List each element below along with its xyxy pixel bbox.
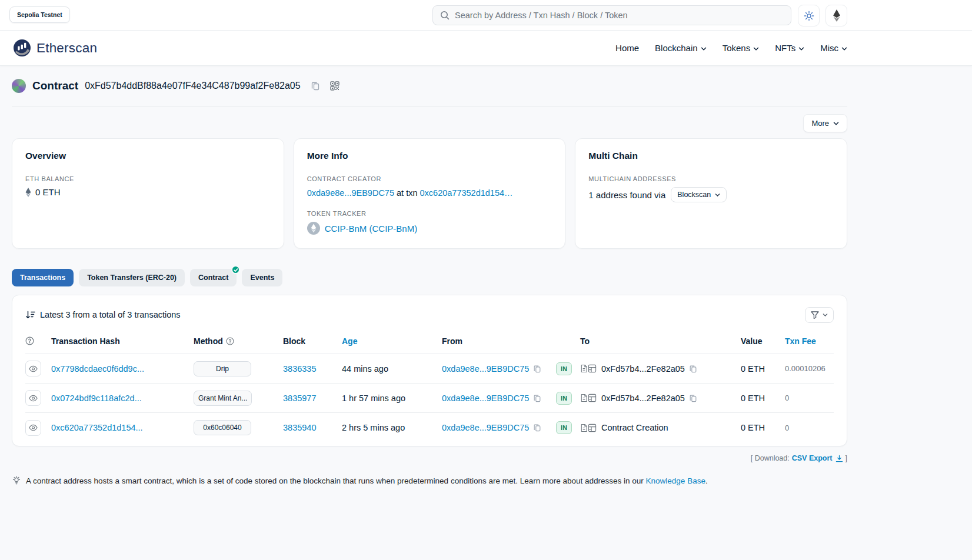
download-icon xyxy=(835,455,843,462)
creator-conjunction: at txn xyxy=(394,188,420,198)
multichain-addresses-label: MULTICHAIN ADDRESSES xyxy=(588,175,834,182)
multichain-found-text: 1 address found via xyxy=(588,190,665,200)
token-tracker-label: TOKEN TRACKER xyxy=(307,210,552,217)
method-badge: Grant Mint An... xyxy=(194,391,252,406)
search-icon xyxy=(440,11,450,20)
download-row: [ Download: CSV Export ] xyxy=(12,454,847,462)
eye-icon xyxy=(29,365,38,372)
knowledge-base-link[interactable]: Knowledge Base xyxy=(646,476,705,485)
network-ethereum-button[interactable] xyxy=(825,5,847,26)
copy-icon[interactable] xyxy=(689,365,697,373)
from-address-link[interactable]: 0xda9e8e...9EB9DC75 xyxy=(442,423,529,432)
theme-toggle-button[interactable] xyxy=(798,5,820,26)
network-badge[interactable]: Sepolia Testnet xyxy=(9,6,70,23)
filter-button[interactable] xyxy=(805,307,834,323)
transactions-panel: Latest 3 from a total of 3 transactions … xyxy=(12,295,847,446)
column-header-from: From xyxy=(442,336,556,346)
txn-hash-link[interactable]: 0x7798dcdaec0f6dd9c... xyxy=(51,364,144,374)
chevron-down-icon xyxy=(841,46,847,52)
nav-item-blockchain[interactable]: Blockchain xyxy=(655,43,707,53)
tab-token-transfers[interactable]: Token Transfers (ERC-20) xyxy=(79,269,185,286)
from-address-link[interactable]: 0xda9e8e...9EB9DC75 xyxy=(442,394,529,403)
age-text: 1 hr 57 mins ago xyxy=(342,394,442,403)
preview-eye-button[interactable] xyxy=(25,420,41,436)
column-header-fee[interactable]: Txn Fee xyxy=(785,336,834,346)
preview-eye-button[interactable] xyxy=(25,390,41,406)
qr-code-button[interactable] xyxy=(330,81,339,91)
method-badge: Drip xyxy=(194,361,251,376)
section-divider xyxy=(12,106,847,107)
token-tracker-link[interactable]: CCIP-BnM (CCIP-BnM) xyxy=(325,224,418,234)
age-text: 2 hrs 5 mins ago xyxy=(342,423,442,432)
txn-hash-link[interactable]: 0x0724bdf9c118afc2d... xyxy=(51,394,142,403)
chevron-down-icon xyxy=(823,312,828,318)
download-prefix: [ Download: xyxy=(751,454,790,462)
csv-export-link[interactable]: CSV Export xyxy=(792,454,843,462)
address-avatar xyxy=(12,79,26,93)
etherscan-logo[interactable]: Etherscan xyxy=(13,39,97,57)
qr-code-icon xyxy=(330,81,339,91)
eye-icon xyxy=(29,424,38,431)
search-bar[interactable] xyxy=(432,5,791,25)
verified-check-icon xyxy=(231,265,240,274)
txn-hash-link[interactable]: 0xc620a77352d1d154... xyxy=(51,423,143,432)
to-address-text: 0xFd57b4...2Fe82a05 xyxy=(601,394,685,403)
token-icon xyxy=(307,222,320,235)
copy-icon[interactable] xyxy=(533,394,541,402)
nav-item-misc[interactable]: Misc xyxy=(820,43,847,53)
block-link[interactable]: 3835977 xyxy=(283,394,316,403)
transactions-table-body: 0x7798dcdaec0f6dd9c... Drip 3836335 44 m… xyxy=(25,354,834,442)
more-info-card: More Info CONTRACT CREATOR 0xda9e8e...9E… xyxy=(294,138,566,249)
creation-txn-link[interactable]: 0xc620a77352d1d154… xyxy=(420,188,513,198)
contract-file-icon xyxy=(580,364,588,373)
copy-icon[interactable] xyxy=(533,424,541,432)
multichain-card: Multi Chain MULTICHAIN ADDRESSES 1 addre… xyxy=(575,138,847,249)
block-link[interactable]: 3836335 xyxy=(283,364,316,374)
table-row: 0xc620a77352d1d154... 0x60c06040 3835940… xyxy=(25,413,834,442)
creator-address-link[interactable]: 0xda9e8e...9EB9DC75 xyxy=(307,188,394,198)
copy-icon[interactable] xyxy=(689,394,697,402)
sort-icon xyxy=(25,311,35,319)
copy-address-button[interactable] xyxy=(311,81,320,91)
etherscan-logo-icon xyxy=(13,39,31,57)
table-header-row: Transaction Hash Method Block Age From T… xyxy=(25,328,834,354)
contract-creation-icon xyxy=(588,364,597,373)
multichain-card-title: Multi Chain xyxy=(588,151,834,161)
preview-eye-button[interactable] xyxy=(25,361,41,376)
nav-item-home[interactable]: Home xyxy=(615,43,639,53)
column-header-age[interactable]: Age xyxy=(342,336,442,346)
value-text: 0 ETH xyxy=(741,364,785,374)
value-text: 0 ETH xyxy=(741,394,785,403)
tab-events[interactable]: Events xyxy=(242,269,282,286)
table-row: 0x7798dcdaec0f6dd9c... Drip 3836335 44 m… xyxy=(25,354,834,384)
blockscan-dropdown-button[interactable]: Blockscan xyxy=(671,187,727,202)
copy-icon[interactable] xyxy=(533,365,541,373)
tab-contract[interactable]: Contract xyxy=(190,269,237,286)
eth-balance-value: 0 ETH xyxy=(35,187,61,197)
block-link[interactable]: 3835940 xyxy=(283,423,316,432)
copy-icon xyxy=(311,81,320,91)
tab-transactions[interactable]: Transactions xyxy=(12,269,74,286)
eth-balance-label: ETH BALANCE xyxy=(25,175,271,182)
contract-note: A contract address hosts a smart contrac… xyxy=(12,476,847,485)
method-help-icon[interactable] xyxy=(226,337,234,345)
top-bar: Sepolia Testnet xyxy=(0,0,972,31)
txn-fee-text: 0 xyxy=(785,394,834,402)
nav-item-tokens[interactable]: Tokens xyxy=(723,43,760,53)
from-address-link[interactable]: 0xda9e8e...9EB9DC75 xyxy=(442,364,529,374)
overview-card: Overview ETH BALANCE 0 ETH xyxy=(12,138,284,249)
nav-item-nfts[interactable]: NFTs xyxy=(775,43,804,53)
column-header-hash: Transaction Hash xyxy=(51,336,194,346)
chevron-down-icon xyxy=(753,46,759,52)
to-address-text: Contract Creation xyxy=(601,423,668,432)
eth-glyph-icon xyxy=(25,188,31,197)
search-input[interactable] xyxy=(455,11,784,20)
tab-bar: Transactions Token Transfers (ERC-20) Co… xyxy=(12,269,847,286)
chevron-down-icon xyxy=(701,46,707,52)
more-dropdown-button[interactable]: More xyxy=(803,114,847,132)
txn-fee-text: 0 xyxy=(785,424,834,432)
help-question-icon[interactable] xyxy=(25,336,34,345)
note-suffix: . xyxy=(705,476,708,485)
chevron-down-icon xyxy=(798,46,804,52)
brand-name: Etherscan xyxy=(36,41,97,56)
